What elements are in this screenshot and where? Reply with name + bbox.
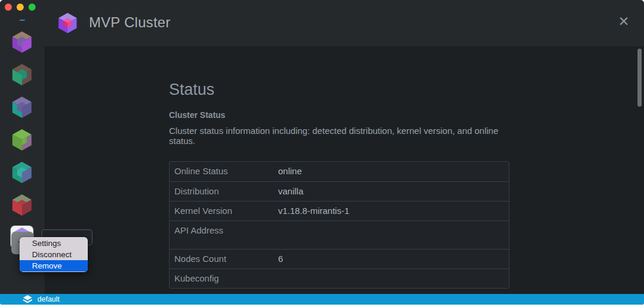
- row-label: Kernel Version: [174, 206, 278, 216]
- vertical-scrollbar[interactable]: [637, 49, 642, 107]
- sidebar-cluster-4[interactable]: [11, 128, 33, 151]
- row-label: Kubeconfig: [174, 273, 278, 283]
- row-value: v1.18.8-mirantis-1: [278, 206, 349, 216]
- close-icon[interactable]: ✕: [616, 13, 632, 30]
- row-label: Nodes Count: [174, 254, 278, 264]
- active-cluster-logo-icon: [57, 12, 78, 36]
- table-row-kubeconfig: Kubeconfig: [170, 268, 509, 288]
- app-window: MVP Cluster ✕: [0, 0, 644, 305]
- page-title: MVP Cluster: [89, 14, 171, 31]
- cluster-list: [11, 30, 33, 258]
- workspace-label: default: [37, 295, 60, 303]
- row-label: API Address: [174, 225, 278, 235]
- zoom-window-button[interactable]: [28, 4, 36, 11]
- row-label: Online Status: [174, 166, 278, 176]
- workspace-indicator[interactable]: default: [23, 295, 60, 303]
- layers-icon: [23, 295, 33, 303]
- focus-indicator-dash: [20, 20, 25, 21]
- sidebar-cluster-3[interactable]: [11, 95, 33, 118]
- table-row-online-status: Online Status online: [170, 162, 509, 181]
- cluster-status-description: Cluster status information including: de…: [169, 126, 509, 146]
- menu-item-disconnect[interactable]: Disconnect: [20, 249, 88, 260]
- titlebar: MVP Cluster ✕: [44, 0, 644, 46]
- table-row-kernel-version: Kernel Version v1.18.8-mirantis-1: [170, 201, 509, 220]
- cluster-status-page: Status Cluster Status Cluster status inf…: [44, 46, 644, 294]
- close-window-button[interactable]: [5, 4, 12, 11]
- cluster-context-menu: Settings Disconnect Remove: [20, 237, 88, 272]
- row-value: online: [278, 166, 302, 176]
- menu-item-remove[interactable]: Remove: [20, 260, 88, 271]
- sidebar-cluster-6[interactable]: [11, 193, 33, 216]
- sidebar-cluster-2[interactable]: [11, 63, 33, 85]
- row-value: 6: [278, 254, 283, 264]
- sidebar-cluster-5[interactable]: [11, 161, 33, 183]
- cluster-status-table: Online Status online Distribution vanill…: [169, 161, 509, 289]
- traffic-lights: [5, 4, 36, 11]
- table-row-nodes-count: Nodes Count 6: [170, 249, 509, 268]
- row-value: vanilla: [278, 186, 304, 196]
- cluster-status-subheading: Cluster Status: [169, 110, 509, 120]
- row-label: Distribution: [174, 186, 278, 196]
- table-row-distribution: Distribution vanilla: [170, 181, 509, 201]
- table-row-api-address: API Address: [170, 220, 509, 249]
- status-heading: Status: [169, 81, 509, 98]
- sidebar-cluster-1[interactable]: [11, 30, 33, 53]
- menu-item-settings[interactable]: Settings: [20, 238, 88, 249]
- minimize-window-button[interactable]: [17, 4, 24, 11]
- status-bar: default: [0, 294, 644, 305]
